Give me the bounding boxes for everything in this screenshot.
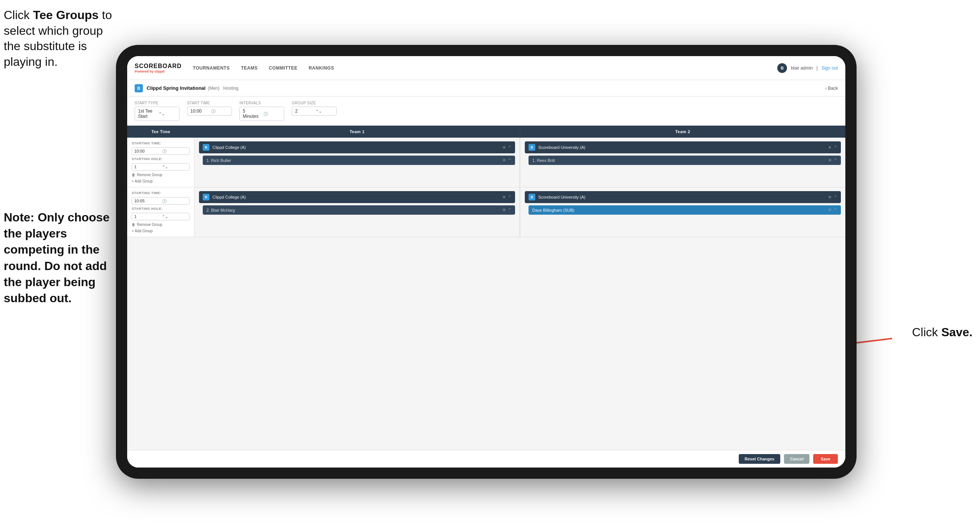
teams-area-2: B Clippd College (A) ✕ ⌃ 2. Blair McHarg bbox=[194, 187, 845, 237]
add-group-btn-1[interactable]: + Add Group bbox=[132, 179, 189, 183]
group-row-2: STARTING TIME: 10:05 🕐 STARTING HOLE: 1 … bbox=[127, 187, 845, 237]
start-controls: Start Type 1st Tee Start ⌃⌄ Start Time 1… bbox=[127, 97, 845, 126]
tablet-screen: SCOREBOARD Powered by clippd TOURNAMENTS… bbox=[127, 56, 845, 468]
tee-time-panel-1: STARTING TIME: 10:00 🕐 STARTING HOLE: 1 … bbox=[127, 138, 194, 187]
start-time-input[interactable]: 10:00 🕐 bbox=[187, 107, 232, 116]
annotation-click-label: Click bbox=[4, 8, 33, 22]
save-button[interactable]: Save bbox=[813, 454, 838, 464]
time-clock-2: 🕐 bbox=[162, 199, 188, 203]
team2-card-1[interactable]: B Scoreboard University (A) ✕ ⌃ bbox=[525, 142, 841, 153]
team2-badge-1: B bbox=[528, 144, 535, 151]
player1-card-2[interactable]: 2. Blair McHarg ✕ ⌃ bbox=[203, 205, 515, 215]
intervals-label: Intervals bbox=[239, 101, 284, 105]
team2-chevron-2[interactable]: ⌃ bbox=[834, 195, 837, 200]
team1-card-controls-2: ✕ ⌃ bbox=[502, 195, 511, 200]
hosting-label: Hosting bbox=[223, 86, 239, 91]
cancel-button[interactable]: Cancel bbox=[784, 454, 810, 464]
team2-card-controls-2: ✕ ⌃ bbox=[828, 195, 837, 200]
team1-x-2[interactable]: ✕ bbox=[502, 195, 506, 200]
team1-chevron-2[interactable]: ⌃ bbox=[508, 195, 511, 200]
annotation-click-save-label: Click bbox=[912, 325, 941, 339]
team1-panel-1: B Clippd College (A) ✕ ⌃ 1. Rich Butler bbox=[194, 138, 520, 187]
player1-chevron-1[interactable]: ⌃ bbox=[508, 158, 511, 163]
nav-bar: SCOREBOARD Powered by clippd TOURNAMENTS… bbox=[127, 56, 845, 80]
team1-card-controls-1: ✕ ⌃ bbox=[502, 145, 511, 150]
intervals-group: Intervals 5 Minutes 🕐 bbox=[239, 101, 284, 121]
reset-changes-button[interactable]: Reset Changes bbox=[739, 454, 780, 464]
nav-items: TOURNAMENTS TEAMS COMMITTEE RANKINGS bbox=[193, 64, 778, 72]
team1-name-1: Clippd College (A) bbox=[212, 145, 500, 150]
starting-hole-input-1[interactable]: 1 ⌃⌄ bbox=[132, 163, 189, 170]
starting-time-input-2[interactable]: 10:05 🕐 bbox=[132, 197, 189, 205]
player1-x-1[interactable]: ✕ bbox=[502, 158, 506, 163]
team2-x-1[interactable]: ✕ bbox=[828, 145, 832, 150]
team2-panel-1: B Scoreboard University (A) ✕ ⌃ 1. Rees … bbox=[520, 138, 845, 187]
nav-logo-sub: Powered by clippd bbox=[135, 70, 182, 73]
table-header: Tee Time Team 1 Team 2 bbox=[127, 126, 845, 138]
start-type-input[interactable]: 1st Tee Start ⌃⌄ bbox=[135, 107, 180, 121]
sub-header: B Clippd Spring Invitational (Men) Hosti… bbox=[127, 80, 845, 97]
remove-group-btn-1[interactable]: 🗑 Remove Group bbox=[132, 173, 189, 177]
starting-hole-input-2[interactable]: 1 ⌃⌄ bbox=[132, 213, 189, 220]
player1-chevron-2[interactable]: ⌃ bbox=[508, 208, 511, 212]
annotation-note-label: Note: bbox=[4, 210, 38, 224]
player2-name-1: 1. Rees Britt bbox=[532, 158, 825, 163]
intervals-input[interactable]: 5 Minutes 🕐 bbox=[239, 107, 284, 121]
tee-time-panel-2: STARTING TIME: 10:05 🕐 STARTING HOLE: 1 … bbox=[127, 187, 194, 237]
nav-item-teams[interactable]: TEAMS bbox=[241, 64, 258, 72]
player2-x-1[interactable]: ✕ bbox=[828, 158, 832, 163]
nav-logo-title: SCOREBOARD bbox=[135, 63, 182, 70]
player2-card-1[interactable]: 1. Rees Britt ✕ ⌃ bbox=[528, 156, 841, 165]
team1-chevron-1[interactable]: ⌃ bbox=[508, 145, 511, 150]
tablet-frame: SCOREBOARD Powered by clippd TOURNAMENTS… bbox=[116, 45, 857, 479]
starting-time-label-2: STARTING TIME: bbox=[132, 191, 189, 195]
starting-hole-label-1: STARTING HOLE: bbox=[132, 157, 189, 161]
tournament-title: Clippd Spring Invitational bbox=[146, 85, 205, 91]
main-content: Start Type 1st Tee Start ⌃⌄ Start Time 1… bbox=[127, 97, 845, 468]
team1-name-2: Clippd College (A) bbox=[212, 195, 500, 199]
team1-x-1[interactable]: ✕ bbox=[502, 145, 506, 150]
player1-name-1: 1. Rich Butler bbox=[207, 158, 500, 163]
substitute-player-card[interactable]: Dave Billingham (SUB) ✕ ⌃ bbox=[528, 205, 841, 215]
group-size-input[interactable]: 2 ⌃⌄ bbox=[292, 107, 337, 116]
nav-item-committee[interactable]: COMMITTEE bbox=[269, 64, 298, 72]
remove-group-btn-2[interactable]: 🗑 Remove Group bbox=[132, 223, 189, 227]
add-group-btn-2[interactable]: + Add Group bbox=[132, 229, 189, 233]
group-row-1: STARTING TIME: 10:00 🕐 STARTING HOLE: 1 … bbox=[127, 138, 845, 187]
team2-badge-2: B bbox=[528, 194, 535, 201]
substitute-x[interactable]: ✕ bbox=[828, 208, 832, 212]
start-time-group: Start Time 10:00 🕐 bbox=[187, 101, 232, 121]
th-team2: Team 2 bbox=[520, 126, 846, 138]
trash-icon-1: 🗑 bbox=[132, 173, 135, 177]
player1-controls-1: ✕ ⌃ bbox=[502, 158, 511, 163]
group-size-group: Group Size 2 ⌃⌄ bbox=[292, 101, 337, 121]
player1-x-2[interactable]: ✕ bbox=[502, 208, 506, 212]
annotation-top-left: Click Tee Groups to select which group t… bbox=[4, 8, 112, 70]
nav-item-tournaments[interactable]: TOURNAMENTS bbox=[193, 64, 230, 72]
team2-x-2[interactable]: ✕ bbox=[828, 195, 832, 200]
player2-chevron-1[interactable]: ⌃ bbox=[834, 158, 837, 163]
team2-chevron-1[interactable]: ⌃ bbox=[834, 145, 837, 150]
team2-panel-2: B Scoreboard University (A) ✕ ⌃ Dave Bil… bbox=[520, 187, 845, 237]
team1-badge-2: B bbox=[203, 194, 210, 201]
player1-card-1[interactable]: 1. Rich Butler ✕ ⌃ bbox=[203, 156, 515, 165]
starting-hole-label-2: STARTING HOLE: bbox=[132, 207, 189, 210]
hole-spinner-2: ⌃⌄ bbox=[162, 215, 188, 219]
starting-time-input-1[interactable]: 10:00 🕐 bbox=[132, 147, 189, 155]
team1-card-2[interactable]: B Clippd College (A) ✕ ⌃ bbox=[199, 191, 515, 203]
start-time-clock: 🕐 bbox=[211, 109, 229, 113]
start-type-group: Start Type 1st Tee Start ⌃⌄ bbox=[135, 101, 180, 121]
group-size-spinner: ⌃⌄ bbox=[316, 109, 333, 113]
team2-name-1: Scoreboard University (A) bbox=[538, 145, 825, 150]
team1-panel-2: B Clippd College (A) ✕ ⌃ 2. Blair McHarg bbox=[194, 187, 520, 237]
team2-card-2[interactable]: B Scoreboard University (A) ✕ ⌃ bbox=[525, 191, 841, 203]
nav-item-rankings[interactable]: RANKINGS bbox=[309, 64, 334, 72]
nav-separator: | bbox=[816, 65, 818, 71]
nav-username: blair admin bbox=[791, 65, 813, 71]
nav-sign-out[interactable]: Sign out bbox=[821, 65, 838, 71]
team1-card-1[interactable]: B Clippd College (A) ✕ ⌃ bbox=[199, 142, 515, 153]
player2-controls-1: ✕ ⌃ bbox=[828, 158, 837, 163]
nav-user: B blair admin | Sign out bbox=[777, 63, 838, 73]
back-button[interactable]: ‹ Back bbox=[825, 86, 838, 91]
substitute-chevron[interactable]: ⌃ bbox=[834, 208, 837, 212]
